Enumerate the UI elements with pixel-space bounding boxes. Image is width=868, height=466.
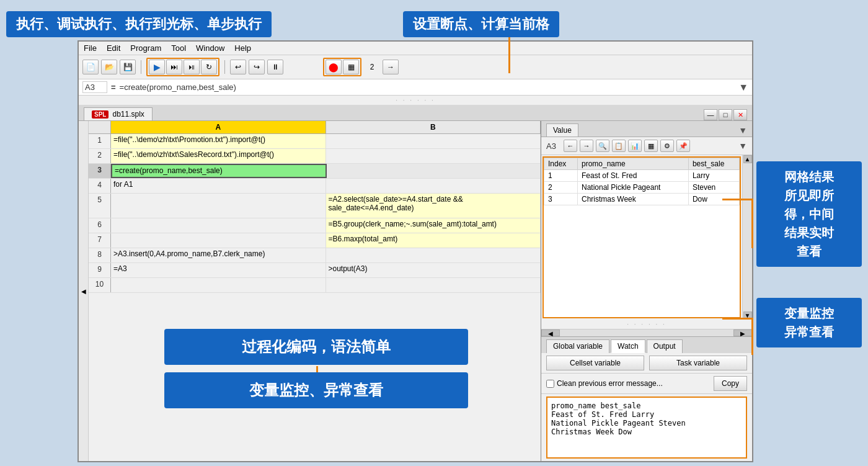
formula-bar: A3 = =create(promo_name,best_sale) ▼ xyxy=(79,79,752,96)
cell-a5[interactable] xyxy=(111,194,326,218)
connector-line-2 xyxy=(751,199,753,248)
left-expand-panel[interactable]: ◀ xyxy=(79,121,89,461)
cell-b9[interactable]: >output(A3) xyxy=(326,263,541,277)
cell-b5[interactable]: =A2.select(sale_date>=A4.start_date &&sa… xyxy=(326,194,541,218)
cell-a6[interactable] xyxy=(111,218,326,233)
hscroll-left[interactable]: ◀ xyxy=(541,329,560,336)
cell-a1[interactable]: =file("..\demo\zh\txt\Promotion.txt").im… xyxy=(111,134,326,148)
pause-button[interactable]: ⏸ xyxy=(267,60,283,74)
right-panel-scroll[interactable]: ▼ xyxy=(738,123,747,137)
step-button[interactable]: ↻ xyxy=(201,60,217,74)
row-num-10: 10 xyxy=(89,278,111,292)
run-to-cursor-button[interactable]: ⏭ xyxy=(166,60,182,74)
cell-b1[interactable] xyxy=(326,134,541,148)
cell-reference: A3 xyxy=(82,81,107,93)
tab-output[interactable]: Output xyxy=(647,339,683,353)
arrow-button[interactable]: → xyxy=(383,60,399,74)
cell-b6[interactable]: =B5.group(clerk_name;~.sum(sale_amt):tot… xyxy=(326,218,541,233)
tab-global-variable[interactable]: Global variable xyxy=(546,339,609,353)
right-annotation-2: 变量监控异常查看 xyxy=(756,298,862,347)
val-settings-btn[interactable]: ⚙ xyxy=(660,140,674,152)
table-row: 8 >A3.insert(0,A4.promo_name,B7.clerk_na… xyxy=(89,248,541,263)
cell-a10[interactable] xyxy=(111,278,326,292)
horizontal-scrollbar[interactable]: ◀ ▶ xyxy=(541,329,752,336)
copy-button[interactable]: Copy xyxy=(714,376,747,391)
cell-b4[interactable] xyxy=(326,179,541,193)
cell-a4[interactable]: for A1 xyxy=(111,179,326,193)
grid-row-3[interactable]: 3 Christmas Week Dow xyxy=(544,194,740,205)
cell-b3[interactable] xyxy=(327,164,541,178)
val-fwd-btn[interactable]: → xyxy=(580,140,593,152)
grid-row-1[interactable]: 1 Feast of St. Fred Larry xyxy=(544,170,740,182)
menu-window[interactable]: Window xyxy=(196,43,224,53)
table-row: 4 for A1 xyxy=(89,179,541,194)
cellset-variable-btn[interactable]: Cellset variable xyxy=(546,356,644,370)
val-pin-btn[interactable]: 📌 xyxy=(676,140,690,152)
value-tab[interactable]: Value xyxy=(546,123,578,137)
val-search-btn[interactable]: 🔍 xyxy=(596,140,609,152)
toolbar: 📄 📂 💾 ▶ ⏭ ⏯ ↻ ↩ ↪ ⏸ ⬤ ▦ 2 → xyxy=(79,55,752,79)
menu-tool[interactable]: Tool xyxy=(171,43,186,53)
grid-cell-sale-1: Larry xyxy=(688,170,739,182)
cell-b2[interactable] xyxy=(326,149,541,163)
redo-button[interactable]: ↪ xyxy=(249,60,265,74)
cell-a2[interactable]: =file("..\demo\zh\txt\SalesRecord.txt").… xyxy=(111,149,326,163)
undo-button[interactable]: ↩ xyxy=(230,60,246,74)
scroll-up-btn[interactable]: ▲ xyxy=(743,155,752,163)
spl-badge: SPL xyxy=(92,110,108,119)
menu-edit[interactable]: Edit xyxy=(107,43,120,53)
tab-close-button[interactable]: ✕ xyxy=(733,109,747,120)
bottom-tabs: Global variable Watch Output xyxy=(541,337,752,353)
error-checkbox-input[interactable] xyxy=(546,380,554,388)
cell-a9[interactable]: =A3 xyxy=(111,263,326,277)
spreadsheet-area: A B 1 =file("..\demo\zh\txt\Promotion.tx… xyxy=(89,121,541,461)
toolbar-sep-2 xyxy=(224,60,225,74)
cell-a3[interactable]: =create(promo_name,best_sale) xyxy=(111,164,327,178)
menu-program[interactable]: Program xyxy=(130,43,161,53)
equals-sign: = xyxy=(111,83,116,92)
connector-line-1 xyxy=(508,36,510,73)
file-tab[interactable]: SPL db11.splx xyxy=(84,107,153,120)
run-button[interactable]: ▶ xyxy=(149,60,165,74)
right-scrollbar: ▲ ▼ xyxy=(742,155,752,320)
task-variable-btn[interactable]: Task variable xyxy=(649,356,747,370)
grid-cell-index-1: 1 xyxy=(544,170,578,182)
row-num-1: 1 xyxy=(89,134,111,148)
save-button[interactable]: 💾 xyxy=(120,60,136,74)
hscroll-right[interactable]: ▶ xyxy=(733,329,752,336)
val-chart-btn[interactable]: 📊 xyxy=(628,140,642,152)
calc-cell-button[interactable]: ▦ xyxy=(343,60,359,74)
value-scroll-down[interactable]: ▼ xyxy=(738,141,747,151)
row-num-7: 7 xyxy=(89,233,111,248)
val-grid-btn[interactable]: ▦ xyxy=(644,140,658,152)
output-line-1: promo_name best_sale xyxy=(551,401,742,410)
menu-help[interactable]: Help xyxy=(234,43,251,53)
bottom-annotation-1: 过程化编码，语法简单 xyxy=(164,329,468,365)
breakpoint-button[interactable]: ⬤ xyxy=(326,60,342,74)
new-button[interactable]: 📄 xyxy=(82,60,99,74)
val-back-btn[interactable]: ← xyxy=(564,140,577,152)
grid-row-2[interactable]: 2 National Pickle Pageant Steven xyxy=(544,182,740,194)
cell-b7[interactable]: =B6.maxp(total_amt) xyxy=(326,233,541,248)
cell-b8[interactable] xyxy=(326,248,541,262)
cell-a7[interactable] xyxy=(111,233,326,248)
cell-b10[interactable] xyxy=(326,278,541,292)
grid-cell-index-2: 2 xyxy=(544,182,578,194)
h-scroll-dots: · · · · · · xyxy=(541,320,752,329)
output-area: promo_name best_sale Feast of St. Fred L… xyxy=(546,397,747,459)
col-b-header[interactable]: B xyxy=(326,121,541,133)
col-a-header[interactable]: A xyxy=(111,121,326,133)
tab-minimize-button[interactable]: — xyxy=(704,109,717,120)
grid-header-index: Index xyxy=(544,158,578,170)
grid-scroll-container: Index promo_name best_sale 1 Feast of St… xyxy=(541,155,752,320)
formula-scroll-down[interactable]: ▼ xyxy=(738,82,748,93)
val-copy-btn[interactable]: 📋 xyxy=(612,140,626,152)
step-over-button[interactable]: ⏯ xyxy=(184,60,200,74)
menu-file[interactable]: File xyxy=(84,43,97,53)
grid-table-container[interactable]: Index promo_name best_sale 1 Feast of St… xyxy=(542,156,741,318)
cell-a8[interactable]: >A3.insert(0,A4.promo_name,B7.clerk_name… xyxy=(111,248,326,262)
tab-watch[interactable]: Watch xyxy=(611,339,645,353)
connector-line-3 xyxy=(722,199,753,200)
tab-restore-button[interactable]: □ xyxy=(719,109,732,120)
open-button[interactable]: 📂 xyxy=(101,60,117,74)
